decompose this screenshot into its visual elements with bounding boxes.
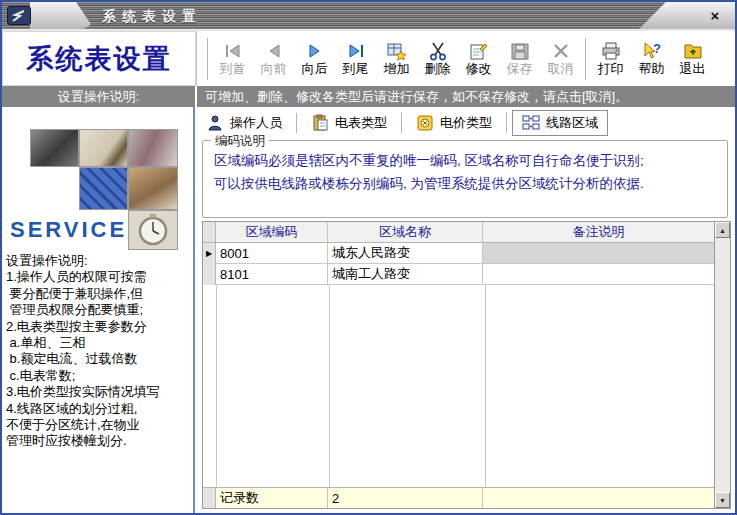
cell-remark[interactable] bbox=[483, 264, 714, 285]
edit-record-button[interactable]: 修改 bbox=[458, 34, 499, 84]
instruction-line: b.额定电流、过载倍数 bbox=[6, 351, 193, 367]
instruction-line: 不便于分区统计,在物业 bbox=[6, 417, 193, 433]
grid-empty-area[interactable] bbox=[203, 285, 714, 487]
next-record-button[interactable]: 向后 bbox=[294, 34, 335, 84]
price-book-icon bbox=[416, 114, 434, 132]
first-record-icon bbox=[222, 41, 244, 61]
coding-note-line: 区域编码必须是辖区内不重复的唯一编码, 区域名称可自行命名便于识别; bbox=[203, 149, 727, 172]
tab-separator bbox=[506, 113, 507, 133]
cell-region-code[interactable]: 8101 bbox=[216, 264, 328, 285]
tab-separator bbox=[296, 113, 297, 133]
tab-operators[interactable]: 操作人员 bbox=[197, 111, 291, 135]
title-bar: 系统表设置 × bbox=[2, 2, 735, 31]
instruction-line: 要分配便于兼职操作,但 bbox=[6, 286, 193, 302]
instruction-line: 3.电价类型按实际情况填写 bbox=[6, 384, 193, 400]
glasses-photo bbox=[128, 167, 178, 210]
instruction-line: a.单相、三相 bbox=[6, 335, 193, 351]
grid-header-row: 区域编码 区域名称 备注说明 bbox=[203, 222, 714, 243]
prev-arrow-icon bbox=[263, 41, 285, 61]
titlebar-swoosh-left bbox=[30, 2, 94, 29]
cell-region-name[interactable]: 城南工人路变 bbox=[328, 264, 483, 285]
sidebar-caption: 设置操作说明: bbox=[2, 86, 195, 107]
exit-button[interactable]: 退出 bbox=[672, 34, 713, 84]
window-title: 系统表设置 bbox=[102, 8, 202, 26]
record-count-label: 记录数 bbox=[216, 488, 328, 508]
grid-row-8101[interactable]: 8101 城南工人路变 bbox=[203, 264, 714, 285]
instruction-line: 管理时应按楼幢划分. bbox=[6, 433, 193, 449]
service-banner: SERVICE bbox=[10, 217, 127, 243]
instruction-line: 4.线路区域的划分过粗, bbox=[6, 401, 193, 417]
floppy-disk-icon bbox=[509, 41, 531, 61]
svg-text:?: ? bbox=[653, 41, 661, 56]
current-row-marker: ▶ bbox=[203, 243, 216, 264]
tab-bar: 操作人员 电表类型 电价类型 线路区域 bbox=[197, 109, 733, 136]
coding-note-line: 可以按供电线路或楼栋分别编码, 为管理系统提供分区域统计分析的依据. bbox=[203, 172, 727, 195]
clipboard-icon bbox=[311, 114, 329, 132]
cancel-button[interactable]: 取消 bbox=[540, 34, 581, 84]
region-diagram-icon bbox=[522, 114, 540, 132]
tab-price-types[interactable]: 电价类型 bbox=[407, 111, 501, 135]
printer-icon bbox=[600, 41, 622, 61]
column-header-region-code[interactable]: 区域编码 bbox=[216, 222, 328, 243]
sidebar: SERVICE 设置操作说明: 1.操作人员的权限可按需 要分配便于兼职操作,但… bbox=[2, 107, 195, 513]
help-cursor-icon: ? bbox=[641, 41, 663, 61]
vertical-scrollbar[interactable]: ▲ ▼ bbox=[714, 222, 730, 508]
exit-folder-icon bbox=[682, 41, 704, 61]
headset-photo bbox=[30, 129, 79, 167]
footer-remark-cell bbox=[483, 488, 714, 508]
toolbar: 到首 向前 向后 到尾 增加 删除 bbox=[197, 31, 735, 86]
scroll-down-button[interactable]: ▼ bbox=[715, 492, 730, 508]
selector-header-cell bbox=[203, 222, 216, 243]
last-record-button[interactable]: 到尾 bbox=[335, 34, 376, 84]
first-record-button[interactable]: 到首 bbox=[212, 34, 253, 84]
add-record-button[interactable]: 增加 bbox=[376, 34, 417, 84]
print-button[interactable]: 打印 bbox=[590, 34, 631, 84]
cell-remark[interactable] bbox=[483, 243, 714, 264]
last-record-icon bbox=[345, 41, 367, 61]
grid-footer-row: 记录数 2 bbox=[203, 487, 714, 508]
toolbar-separator bbox=[585, 38, 586, 80]
scissors-icon bbox=[427, 41, 449, 61]
instruction-line: 1.操作人员的权限可按需 bbox=[6, 269, 193, 285]
person-icon bbox=[206, 114, 224, 132]
groupbox-title: 编码说明 bbox=[211, 133, 269, 150]
toolbar-row: 系统表设置 到首 向前 向后 到尾 增加 bbox=[2, 31, 735, 86]
help-button[interactable]: ? 帮助 bbox=[631, 34, 672, 84]
app-title-panel: 系统表设置 bbox=[2, 31, 197, 86]
save-button[interactable]: 保存 bbox=[499, 34, 540, 84]
column-header-region-name[interactable]: 区域名称 bbox=[328, 222, 483, 243]
app-logo-icon bbox=[7, 6, 31, 25]
pen-photo bbox=[79, 129, 128, 167]
footer-selector-cell bbox=[203, 488, 216, 508]
cell-region-code[interactable]: 8001 bbox=[216, 243, 328, 264]
tools-photo bbox=[128, 129, 178, 167]
app-window: 系统表设置 × 系统表设置 到首 向前 向后 到尾 bbox=[0, 0, 737, 515]
delete-record-button[interactable]: 删除 bbox=[417, 34, 458, 84]
add-record-icon bbox=[386, 41, 408, 61]
cancel-x-icon bbox=[550, 41, 572, 61]
instruction-line: 2.电表类型按主要参数分 bbox=[6, 319, 193, 335]
page-title: 系统表设置 bbox=[27, 41, 172, 77]
coding-note-groupbox: 编码说明 区域编码必须是辖区内不重复的唯一编码, 区域名称可自行命名便于识别; … bbox=[202, 140, 728, 218]
keyboard-photo bbox=[79, 167, 128, 210]
row-selector-cell bbox=[203, 264, 216, 285]
region-grid: 区域编码 区域名称 备注说明 ▶ 8001 城东人民路变 8101 城南工人路变 bbox=[202, 221, 731, 509]
hint-message: 可增加、删除、修改各类型后请进行保存，如不保存修改，请点击[取消]。 bbox=[197, 86, 735, 107]
instruction-line: c.电表常数; bbox=[6, 368, 193, 384]
edit-note-icon bbox=[468, 41, 490, 61]
column-header-remark[interactable]: 备注说明 bbox=[483, 222, 714, 243]
close-button[interactable]: × bbox=[705, 6, 725, 25]
scroll-up-button[interactable]: ▲ bbox=[715, 222, 730, 238]
tab-separator bbox=[401, 113, 402, 133]
cell-region-name[interactable]: 城东人民路变 bbox=[328, 243, 483, 264]
tab-line-regions[interactable]: 线路区域 bbox=[512, 110, 608, 136]
grid-row-8001[interactable]: ▶ 8001 城东人民路变 bbox=[203, 243, 714, 264]
tab-meter-types[interactable]: 电表类型 bbox=[302, 111, 396, 135]
prev-record-button[interactable]: 向前 bbox=[253, 34, 294, 84]
instruction-line: 管理员权限分配要慎重; bbox=[6, 302, 193, 318]
instruction-line: 设置操作说明: bbox=[6, 253, 193, 269]
next-arrow-icon bbox=[304, 41, 326, 61]
record-count-value: 2 bbox=[328, 488, 483, 508]
pocket-watch-photo bbox=[128, 210, 178, 250]
toolbar-separator bbox=[207, 38, 208, 80]
